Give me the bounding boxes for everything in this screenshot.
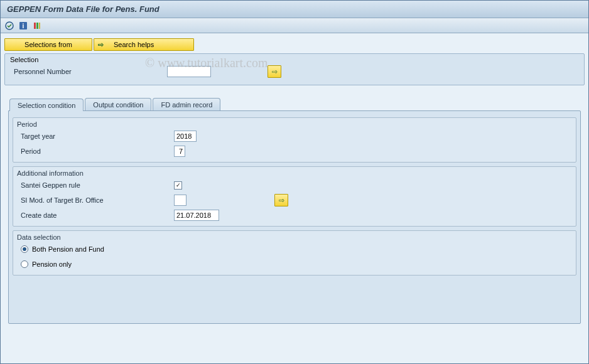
- window-title: GEPPEN Form Data File for Pens. Fund: [1, 1, 588, 18]
- santei-checkbox[interactable]: ✓: [174, 181, 182, 190]
- search-helps-button[interactable]: ⇨ Search helps: [94, 38, 194, 51]
- tab-output-condition[interactable]: Output condition: [85, 98, 151, 110]
- period-input[interactable]: [174, 146, 185, 157]
- svg-rect-5: [39, 23, 40, 29]
- tab-fd-admin-record[interactable]: FD admin record: [153, 98, 220, 110]
- personnel-number-multiselect-button[interactable]: ⇨: [267, 65, 281, 78]
- si-mod-input[interactable]: [174, 195, 186, 206]
- create-date-input[interactable]: [174, 210, 219, 221]
- tabstrip: Selection condition Output condition FD …: [4, 98, 585, 110]
- svg-text:i: i: [23, 23, 24, 29]
- selections-from-label: Selections from: [24, 41, 72, 48]
- selections-from-button[interactable]: Selections from: [4, 38, 92, 51]
- selection-group: Selection Personnel Number ⇨: [4, 53, 585, 85]
- radio-pension-only[interactable]: [21, 260, 28, 268]
- target-year-input[interactable]: [174, 131, 197, 142]
- radio-both-pension-fund[interactable]: [21, 245, 28, 253]
- personnel-number-label: Personnel Number: [10, 68, 167, 75]
- search-helps-label: Search helps: [114, 41, 154, 48]
- period-group: Period Target year Period: [13, 117, 576, 163]
- app-toolbar: i: [1, 18, 588, 33]
- button-row: Selections from ⇨ Search helps: [4, 38, 585, 51]
- additional-info-group: Additional information Santei Geppen rul…: [13, 166, 576, 227]
- info-icon[interactable]: i: [18, 21, 28, 31]
- data-selection-legend: Data selection: [17, 233, 572, 241]
- svg-rect-4: [36, 23, 38, 29]
- data-selection-group: Data selection Both Pension and Fund Pen…: [13, 230, 576, 276]
- arrow-right-icon: ⇨: [98, 41, 104, 49]
- create-date-label: Create date: [17, 211, 174, 219]
- period-legend: Period: [17, 120, 572, 128]
- svg-rect-3: [34, 23, 36, 29]
- radio-pension-only-label: Pension only: [32, 260, 72, 268]
- target-year-label: Target year: [17, 132, 174, 140]
- arrow-right-icon: ⇨: [279, 196, 284, 205]
- tab-label: FD admin record: [161, 101, 212, 109]
- si-mod-label: SI Mod. of Target Br. Office: [17, 196, 174, 204]
- personnel-number-input[interactable]: [167, 66, 211, 77]
- tab-body: Period Target year Period Additional inf…: [8, 110, 581, 324]
- si-mod-multiselect-button[interactable]: ⇨: [274, 194, 288, 206]
- tab-label: Output condition: [93, 101, 143, 109]
- selection-legend: Selection: [10, 56, 579, 63]
- period-label: Period: [17, 147, 174, 155]
- tab-label: Selection condition: [18, 102, 75, 109]
- body-area: © www.tutorialkart.com Selections from ⇨…: [1, 33, 588, 363]
- arrow-right-icon: ⇨: [272, 68, 278, 76]
- variant-icon[interactable]: [32, 21, 42, 31]
- additional-info-legend: Additional information: [17, 169, 572, 177]
- radio-both-label: Both Pension and Fund: [32, 245, 104, 253]
- execute-icon[interactable]: [4, 21, 14, 31]
- tab-selection-condition[interactable]: Selection condition: [9, 99, 84, 111]
- santei-label: Santei Geppen rule: [17, 181, 174, 189]
